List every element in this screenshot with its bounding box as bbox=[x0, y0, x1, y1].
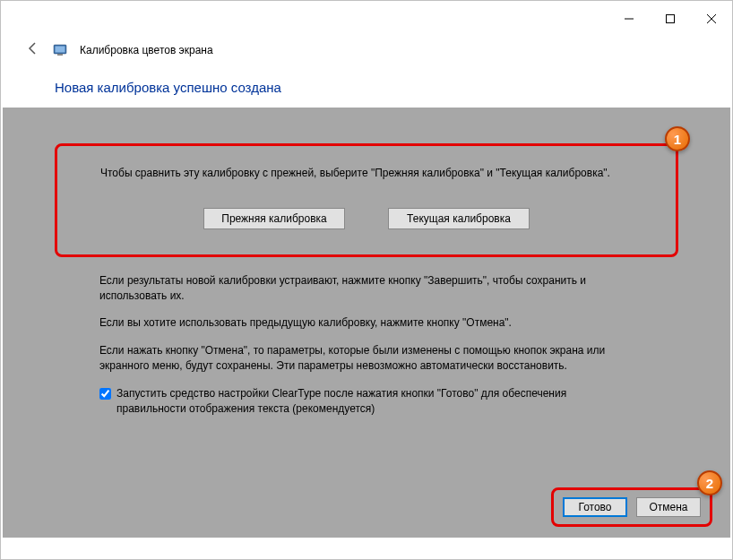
svg-rect-1 bbox=[667, 15, 675, 23]
cleartype-checkbox-label: Запустить средство настройки ClearType п… bbox=[116, 386, 634, 417]
highlight-comparison-section: 1 Чтобы сравнить эту калибровку с прежне… bbox=[55, 143, 678, 257]
minimize-button[interactable] bbox=[608, 4, 650, 33]
previous-calibration-button[interactable]: Прежняя калибровка bbox=[203, 208, 345, 229]
cleartype-checkbox[interactable] bbox=[99, 388, 111, 400]
page-heading: Новая калибровка успешно создана bbox=[1, 64, 732, 108]
titlebar bbox=[1, 1, 732, 37]
svg-rect-6 bbox=[57, 54, 63, 56]
maximize-button[interactable] bbox=[650, 4, 691, 33]
body-paragraph-3: Если нажать кнопку "Отмена", то параметр… bbox=[99, 343, 634, 374]
annotation-badge-1: 1 bbox=[665, 126, 690, 151]
window-title: Калибровка цветов экрана bbox=[80, 44, 213, 56]
current-calibration-button[interactable]: Текущая калибровка bbox=[388, 208, 530, 229]
body-paragraph-1: Если результаты новой калибровки устраив… bbox=[99, 273, 634, 304]
back-arrow-icon[interactable] bbox=[26, 41, 40, 59]
body-paragraph-2: Если вы хотите использовать предыдущую к… bbox=[99, 315, 634, 331]
header: Калибровка цветов экрана bbox=[1, 37, 732, 64]
content-area: 1 Чтобы сравнить эту калибровку с прежне… bbox=[3, 108, 730, 538]
cancel-button[interactable]: Отмена bbox=[636, 497, 701, 517]
svg-rect-5 bbox=[56, 47, 65, 53]
calibration-button-row: Прежняя калибровка Текущая калибровка bbox=[100, 208, 633, 229]
close-button[interactable] bbox=[691, 4, 732, 33]
cleartype-checkbox-row: Запустить средство настройки ClearType п… bbox=[99, 386, 634, 417]
annotation-badge-2: 2 bbox=[697, 470, 722, 495]
instruction-text: Чтобы сравнить эту калибровку с прежней,… bbox=[100, 166, 633, 181]
app-icon bbox=[53, 43, 67, 57]
done-button[interactable]: Готово bbox=[563, 497, 627, 517]
highlight-footer-buttons: 2 Готово Отмена bbox=[551, 487, 712, 527]
